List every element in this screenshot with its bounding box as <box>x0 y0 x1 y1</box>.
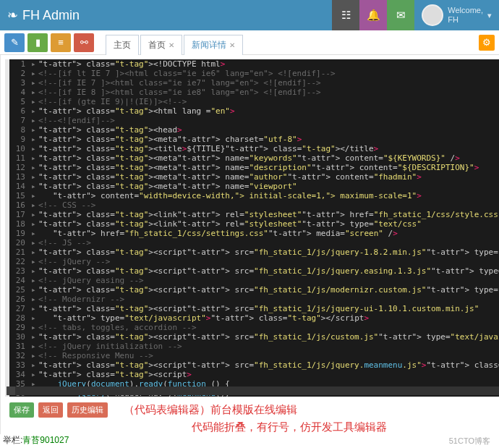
code-line[interactable]: 34▸"t-attr"> class="t-tag"><script> <box>9 370 499 379</box>
tab-bar: 主页 首页✕ 新闻详情✕ <box>106 30 243 55</box>
code-line[interactable]: 9▸"t-attr"> class="t-tag"><meta"t-attr">… <box>9 135 499 144</box>
code-line[interactable]: 29▸<!-- tabs, toggles, accordion --> <box>9 323 499 332</box>
page-footer-right: 51CTO博客 <box>449 436 490 447</box>
code-line[interactable]: 20▸<!-- JS --> <box>9 238 499 248</box>
code-line[interactable]: 2▸<!--[if lt IE 7 ]><html class="ie ie6"… <box>9 69 499 78</box>
scrollbar-horizontal[interactable] <box>7 386 499 395</box>
footer-note-1: （代码表编辑器）前台模版在线编辑 <box>124 403 297 417</box>
leaf-icon: ❧ <box>7 7 18 23</box>
editor-footer: 保存 返回 历史编辑 （代码表编辑器）前台模版在线编辑 <box>1 400 499 420</box>
top-header: ❧ FH Admin ☷ 🔔 ✉ Welcome, FH ▾ <box>0 0 499 30</box>
tasks-button[interactable]: ☷ <box>332 0 359 30</box>
messages-button[interactable]: ✉ <box>387 0 414 30</box>
code-line[interactable]: 22▸<!-- jQuery --> <box>9 257 499 266</box>
code-line[interactable]: 30▸"t-attr"> class="t-tag"><script"t-att… <box>9 332 499 342</box>
gear-icon: ⚙ <box>482 37 491 48</box>
code-line[interactable]: 5▸<!--[if (gte IE 9)|!(IE)]><!--> <box>9 97 499 106</box>
tab-news-detail[interactable]: 新闻详情✕ <box>184 35 243 55</box>
save-button[interactable]: 保存 <box>9 402 34 418</box>
code-line[interactable]: 16▸<!-- CSS --> <box>9 200 499 210</box>
history-button[interactable]: 历史编辑 <box>67 402 108 418</box>
share-icon: ⚯ <box>80 37 88 48</box>
stats-button[interactable]: ▮ <box>27 33 48 52</box>
code-line[interactable]: 27▸"t-attr"> class="t-tag"><script"t-att… <box>9 304 499 313</box>
code-line[interactable]: 31▸<!-- jQuery initialization --> <box>9 342 499 351</box>
user-menu[interactable]: Welcome, FH ▾ <box>414 4 499 26</box>
code-line[interactable]: 10▸"t-attr"> class="t-tag"><title>${TITL… <box>9 144 499 153</box>
code-line[interactable]: 18▸"t-attr"> class="t-tag"><link"t-attr"… <box>9 219 499 229</box>
code-line[interactable]: 19▸ "t-attr"> href="fh_static_1/css/sett… <box>9 229 499 238</box>
code-line[interactable]: 8▸"t-attr"> class="t-tag"><head> <box>9 125 499 135</box>
code-line[interactable]: 11▸"t-attr"> class="t-tag"><meta"t-attr"… <box>9 153 499 163</box>
code-line[interactable]: 33▸"t-attr"> class="t-tag"><script"t-att… <box>9 360 499 370</box>
list-icon: ≡ <box>58 37 64 48</box>
code-line[interactable]: 21▸"t-attr"> class="t-tag"><script"t-att… <box>9 248 499 257</box>
code-line[interactable]: 6▸"t-attr"> class="t-tag"><html lang ="e… <box>9 106 499 116</box>
code-line[interactable]: 7▸<!--<![endif]--> <box>9 116 499 125</box>
code-line[interactable]: 3▸<!--[if IE 7 ]><html class="ie ie7" la… <box>9 78 499 88</box>
settings-button[interactable]: ⚙ <box>479 35 495 51</box>
code-line[interactable]: 32▸<!-- Responsive Menu --> <box>9 351 499 360</box>
tab-home[interactable]: 主页 <box>106 35 139 55</box>
chart-icon: ▮ <box>35 37 40 48</box>
avatar <box>422 4 443 26</box>
list-button[interactable]: ≡ <box>51 33 71 52</box>
code-line[interactable]: 28▸ "t-attr"> type="text/javascript">"t-… <box>9 313 499 323</box>
tasks-icon: ☷ <box>341 9 351 22</box>
code-line[interactable]: 24▸<!-- jQuery easing --> <box>9 276 499 285</box>
main-area: ⊞ 后台首页 🖵 系统管理 ⌄ 👥 用户管理 ⌄ ⚙ 系统工具 ⌄ ☰ 资源管理… <box>0 55 499 434</box>
code-editor[interactable]: 1▸"t-attr"> class="t-tag"><!DOCTYPE html… <box>5 59 499 397</box>
back-button[interactable]: 返回 <box>38 402 63 418</box>
code-line[interactable]: 12▸"t-attr"> class="t-tag"><meta"t-attr"… <box>9 163 499 172</box>
code-line[interactable]: 17▸"t-attr"> class="t-tag"><link"t-attr"… <box>9 210 499 219</box>
editor-panel: 1▸"t-attr"> class="t-tag"><!DOCTYPE html… <box>1 55 499 434</box>
page-footer-left: 举栏:青苔901027 <box>3 434 69 447</box>
app-logo[interactable]: ❧ FH Admin <box>0 7 80 23</box>
footer-note-2: 代码能折叠，有行号，仿开发工具编辑器 <box>1 420 499 434</box>
alerts-button[interactable]: 🔔 <box>359 0 387 30</box>
brand-name: FH Admin <box>22 8 80 23</box>
code-line[interactable]: 15▸ "t-attr"> content="width=device-widt… <box>9 191 499 200</box>
code-line[interactable]: 25▸"t-attr"> class="t-tag"><script"t-att… <box>9 285 499 295</box>
code-line[interactable]: 14▸"t-attr"> class="t-tag"><meta"t-attr"… <box>9 182 499 191</box>
edit-button[interactable]: ✎ <box>4 33 25 52</box>
share-button[interactable]: ⚯ <box>74 33 94 52</box>
mail-icon: ✉ <box>396 9 406 22</box>
code-line[interactable]: 1▸"t-attr"> class="t-tag"><!DOCTYPE html… <box>9 59 499 69</box>
code-line[interactable]: 13▸"t-attr"> class="t-tag"><meta"t-attr"… <box>9 172 499 182</box>
user-text: Welcome, FH <box>448 6 483 25</box>
pencil-icon: ✎ <box>11 37 19 48</box>
close-icon[interactable]: ✕ <box>169 41 174 49</box>
chevron-down-icon: ▾ <box>487 11 492 20</box>
toolbar: ✎ ▮ ≡ ⚯ 主页 首页✕ 新闻详情✕ ⚙ <box>0 30 499 55</box>
code-line[interactable]: 26▸<!-- Modernizr --> <box>9 295 499 304</box>
tab-index[interactable]: 首页✕ <box>140 35 182 55</box>
code-line[interactable]: 4▸<!--[if IE 8 ]><html class="ie ie8" la… <box>9 88 499 97</box>
scroll-left-icon[interactable] <box>7 386 15 395</box>
bell-icon: 🔔 <box>367 9 380 22</box>
close-icon[interactable]: ✕ <box>229 41 235 49</box>
code-line[interactable]: 23▸"t-attr"> class="t-tag"><script"t-att… <box>9 266 499 276</box>
